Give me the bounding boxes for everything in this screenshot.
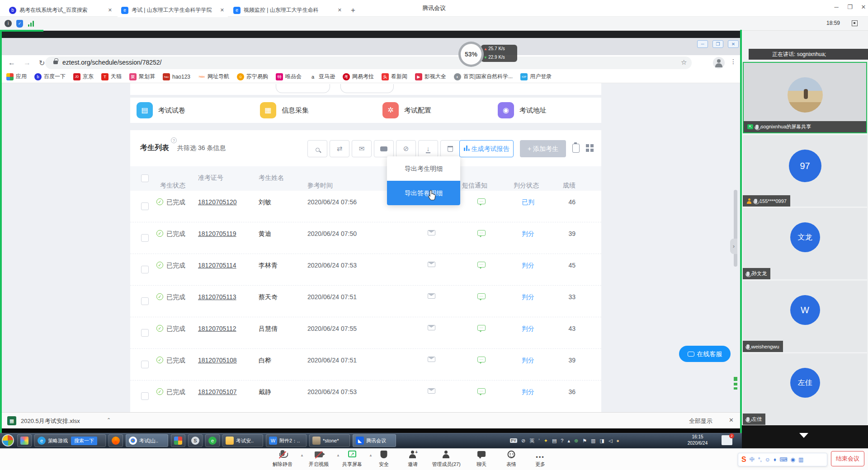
mail-status-icon[interactable] (428, 293, 435, 299)
taskbar-colorgrid[interactable] (171, 434, 185, 447)
bookmark-apps[interactable]: 应用 (6, 73, 27, 80)
table-row[interactable]: ✓ 已完成18120705120 刘敏2020/06/24 07:56 ⋯ 已判… (130, 191, 601, 222)
taskbar-sogou[interactable]: S (188, 434, 203, 447)
tray-en-icon[interactable]: 英 (529, 437, 534, 444)
tray-expand-icon[interactable]: ▴ (567, 438, 570, 444)
judge-link[interactable]: 判分 (522, 325, 534, 333)
bookmark-amazon[interactable]: a亚马逊 (309, 73, 335, 80)
taskbar-360[interactable]: e (205, 434, 220, 447)
restore-icon[interactable]: ❐ (844, 4, 855, 10)
tab-close-icon[interactable]: ✕ (338, 7, 342, 13)
row-checkbox[interactable] (141, 202, 149, 210)
mail-button[interactable]: ✉ (352, 140, 372, 157)
invite-button[interactable]: + 邀请 (396, 450, 429, 468)
bookmark-tmall[interactable]: T天猫 (101, 73, 122, 80)
bookmark-juhuasuan[interactable]: 聚聚划算 (129, 73, 155, 80)
emoji-button[interactable]: 表情 (495, 450, 528, 468)
participant-tile[interactable]: 97 155****0997 (743, 135, 867, 207)
security-button[interactable]: 安全 (367, 450, 401, 468)
tray-volume-icon[interactable]: ◁ (609, 438, 612, 444)
sms-status-icon[interactable]: ⋯ (477, 230, 486, 236)
ime-skin-icon[interactable]: ▥ (798, 456, 803, 463)
tray-help-icon[interactable]: ? (561, 438, 563, 443)
back-icon[interactable]: ← (8, 59, 15, 67)
judge-link[interactable]: 判分 (522, 357, 534, 365)
candidate-id-link[interactable]: 18120705108 (198, 357, 237, 364)
search-button[interactable] (307, 140, 327, 157)
judge-link[interactable]: 判分 (522, 230, 534, 238)
judge-link[interactable]: 已判 (522, 198, 534, 207)
start-video-button[interactable]: 开启视频 (302, 450, 335, 468)
sms-status-icon[interactable]: ⋯ (477, 325, 486, 331)
participant-tile[interactable]: W weishengwu (743, 281, 867, 352)
tab-close-icon[interactable]: ✕ (108, 7, 112, 13)
generate-report-button[interactable]: 生成考试报告 (459, 140, 514, 157)
sms-status-icon[interactable]: ⋯ (477, 357, 486, 362)
table-row[interactable]: ✓ 已完成18120705119 黄迪2020/06/24 07:50 ⋯ 判分… (130, 222, 601, 254)
taskbar-wps[interactable]: W 附件2：.. (266, 434, 307, 447)
minimize-icon[interactable]: ─ (831, 4, 842, 10)
select-all-checkbox[interactable] (141, 174, 149, 182)
nav-exam-config[interactable]: ✲ 考试配置 (376, 102, 486, 118)
menu-item-export-answers[interactable]: 导出答卷明细 (387, 181, 460, 205)
menu-item-export-candidates[interactable]: 导出考生明细 (387, 156, 460, 181)
online-service-button[interactable]: 在线客服 (679, 346, 731, 362)
judge-link[interactable]: 判分 (522, 388, 534, 396)
table-row[interactable]: ✓ 已完成18120705113 蔡天奇2020/06/24 07:51 ⋯ 判… (130, 286, 601, 317)
browser-restore-icon[interactable]: ❐ (712, 40, 723, 48)
judge-link[interactable]: 判分 (522, 262, 534, 270)
judge-link[interactable]: 判分 (522, 293, 534, 301)
start-button[interactable] (2, 434, 14, 446)
mail-status-icon[interactable] (428, 388, 435, 394)
shield-icon[interactable]: ✓ (16, 20, 23, 28)
url-text[interactable]: eztest.org/schedule/session/78252/ (62, 59, 161, 66)
end-meeting-button[interactable]: 结束会议 (831, 451, 864, 466)
row-checkbox[interactable] (141, 297, 149, 305)
tab-close-icon[interactable]: ✕ (220, 7, 224, 13)
taskbar-messenger[interactable] (17, 434, 32, 447)
taskbar-search-button[interactable]: 搜索一下 (71, 437, 97, 445)
more-button[interactable]: ••• 更多 (524, 450, 557, 468)
browser-menu-icon[interactable]: ⋮ (730, 58, 736, 65)
download-button[interactable]: ↓ (418, 140, 438, 157)
tab-video-monitor[interactable]: e 视频监控 | 山东理工大学生命科 ✕ (230, 3, 345, 17)
netmon-percent-badge[interactable]: 53% (458, 42, 484, 67)
mail-status-icon[interactable] (428, 230, 435, 235)
row-checkbox[interactable] (141, 361, 149, 368)
mail-status-icon[interactable] (428, 325, 435, 330)
row-checkbox[interactable] (141, 234, 149, 242)
tray-flag-icon[interactable]: ⚑ (582, 438, 587, 444)
ime-mic-icon[interactable]: ♦ (774, 456, 776, 463)
transfer-button[interactable]: ⇄ (330, 140, 349, 157)
tray-ban-icon[interactable]: ⊘ (521, 438, 525, 444)
table-row[interactable]: ✓ 已完成18120705112 吕慧倩2020/06/24 07:55 ⋯ 判… (130, 317, 601, 349)
candidate-id-link[interactable]: 18120705107 (198, 388, 237, 395)
bookmark-movies[interactable]: ▶影视大全 (415, 73, 446, 80)
ime-person-icon[interactable]: ◉ (791, 456, 795, 463)
bookmark-kaola[interactable]: 考网易考拉 (343, 73, 374, 80)
participant-tile[interactable]: 文龙 孙文龙 (743, 208, 867, 279)
candidate-id-link[interactable]: 18120705113 (198, 293, 236, 301)
taskbar-firefox[interactable] (108, 434, 123, 447)
close-icon[interactable]: ✕ (858, 4, 868, 10)
tray-sogou-icon[interactable]: ✦ (544, 438, 548, 444)
nav-info-collect[interactable]: ▦ 信息采集 (254, 102, 363, 118)
ime-keyboard-icon[interactable]: ⌨ (779, 456, 787, 463)
downloaded-file[interactable]: 2020.5月考试安排.xlsx (21, 417, 80, 425)
fullscreen-icon[interactable] (852, 20, 858, 26)
clipboard-icon[interactable] (572, 144, 580, 153)
candidate-id-link[interactable]: 18120705120 (198, 198, 237, 206)
mail-status-icon[interactable] (428, 357, 435, 362)
taskbar-ie[interactable]: e 策略游戏 搜索一下 (34, 434, 106, 447)
sms-button[interactable] (374, 140, 394, 157)
tray-360-icon[interactable]: ⊕ (574, 438, 578, 444)
ime-mode-icon[interactable]: 中 (750, 456, 755, 464)
sogou-input-bar[interactable]: S 中 °, ☺ ♦ ⌨ ◉ ▥ (738, 453, 827, 466)
chat-button[interactable]: 聊天 (465, 450, 498, 468)
profile-avatar[interactable] (713, 57, 725, 69)
bookmark-hao123[interactable]: haohao123 (163, 73, 190, 80)
sms-status-icon[interactable]: ⋯ (477, 262, 486, 268)
taskbar-clock[interactable]: 16:15 2020/6/24 (684, 434, 712, 446)
candidate-id-link[interactable]: 18120705119 (198, 230, 236, 237)
forward-icon[interactable]: → (24, 59, 31, 67)
